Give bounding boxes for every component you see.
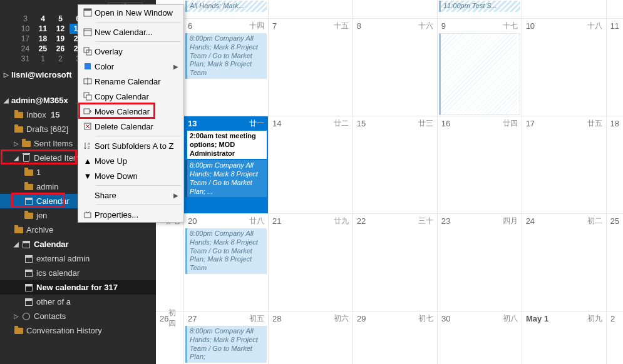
mini-cal-day[interactable]: 2: [52, 54, 70, 64]
day-18[interactable]: 18: [607, 116, 623, 213]
cm-sort[interactable]: AZ Sort Subfolders A to Z: [78, 138, 183, 153]
sent-icon: [21, 139, 31, 149]
event[interactable]: All Hands; Mark...: [185, 1, 267, 12]
day-16[interactable]: 16廿四: [438, 116, 522, 213]
cm-open-new-window[interactable]: Open in New Window: [78, 5, 183, 20]
event-meeting[interactable]: 2:00am test meeting options; MOD Adminis…: [185, 131, 267, 159]
mini-cal-day[interactable]: 26: [52, 44, 70, 54]
cal-other[interactable]: other of a: [0, 295, 156, 309]
day-27[interactable]: 27初五 8:00pm Company All Hands; Mark 8 Pr…: [184, 311, 269, 364]
arrow-up-icon: ▲: [81, 156, 95, 166]
day-11[interactable]: 11: [607, 19, 623, 116]
day-may1[interactable]: May 1初九: [522, 311, 607, 364]
mini-cal-day[interactable]: 4: [34, 14, 52, 24]
day-10[interactable]: 10十八: [522, 19, 607, 116]
day-20[interactable]: 20廿八 8:00pm Company All Hands; Mark 8 Pr…: [184, 214, 269, 311]
overlay-icon: [81, 47, 95, 56]
day-22[interactable]: 22三十: [353, 214, 438, 311]
day-14[interactable]: 14廿二: [269, 116, 353, 213]
folder-icon: [24, 182, 34, 192]
day-8[interactable]: 8十六: [353, 19, 438, 116]
day-28[interactable]: 28初六: [269, 311, 353, 364]
folder-contacts[interactable]: ▷ Contacts: [0, 309, 156, 323]
folder-icon: [24, 211, 34, 221]
people-icon: [21, 311, 31, 321]
mini-cal-day[interactable]: 11: [34, 24, 52, 34]
folder-icon: [24, 168, 34, 178]
event[interactable]: 8:00pm Company All Hands; Mark 8 Project…: [185, 33, 267, 79]
folder-icon: [14, 225, 24, 235]
day-15[interactable]: 15廿三: [353, 116, 438, 213]
color-icon: [81, 62, 95, 71]
event[interactable]: 8:00pm Company All Hands; Mark 8 Project…: [185, 228, 267, 274]
cm-color[interactable]: Color ▶: [78, 59, 183, 74]
calendar-new-icon: [81, 28, 95, 36]
day-17[interactable]: 17廿五: [522, 116, 607, 213]
cm-rename[interactable]: Rename Calendar: [78, 74, 183, 89]
day-30[interactable]: 30初八: [438, 311, 522, 364]
cm-copy[interactable]: Copy Calendar: [78, 89, 183, 104]
day-24[interactable]: 24初二: [522, 214, 607, 311]
chevron-right-icon: ▶: [173, 63, 178, 70]
cm-properties[interactable]: Properties...: [78, 207, 183, 222]
trash-icon: [21, 153, 31, 163]
calendar-icon: [24, 268, 34, 278]
calendar-icon: [21, 240, 31, 250]
event-placeholder[interactable]: [439, 33, 520, 115]
calendar-icon: [24, 254, 34, 264]
day-29[interactable]: 29初七: [353, 311, 438, 364]
day-23[interactable]: 23四月: [438, 214, 522, 311]
folder-archive[interactable]: Archive: [0, 223, 156, 237]
cal-external-admin[interactable]: external admin: [0, 251, 156, 266]
svg-text:Z: Z: [88, 146, 90, 149]
calendar-icon: [24, 283, 34, 293]
drafts-icon: [14, 124, 24, 134]
mini-cal-day[interactable]: 12: [52, 24, 70, 34]
mini-cal-day[interactable]: 19: [52, 34, 70, 44]
cm-move[interactable]: Move Calendar: [78, 104, 183, 119]
event[interactable]: 8:00pm Company All Hands; Mark 8 Project…: [185, 326, 267, 363]
svg-rect-11: [84, 109, 90, 114]
day-25[interactable]: 25: [607, 214, 623, 311]
delete-icon: [81, 122, 95, 131]
window-icon: [81, 8, 95, 17]
cm-overlay[interactable]: Overlay: [78, 44, 183, 59]
day-21[interactable]: 21廿九: [269, 214, 353, 311]
cal-new-317[interactable]: New calendar for 317: [0, 280, 156, 295]
svg-rect-2: [84, 29, 91, 36]
folder-conv-history[interactable]: Conversation History: [0, 323, 156, 338]
cm-move-up[interactable]: ▲ Move Up: [78, 153, 183, 168]
sort-icon: AZ: [81, 141, 95, 150]
mini-cal-day[interactable]: 18: [34, 34, 52, 44]
copy-icon: [81, 92, 95, 101]
arrow-down-icon: ▼: [81, 171, 95, 181]
cm-share[interactable]: Share ▶: [78, 188, 183, 203]
mini-cal-day[interactable]: 1: [34, 54, 52, 64]
cal-ics[interactable]: ics calendar: [0, 266, 156, 280]
mini-cal-day[interactable]: 31: [17, 54, 34, 64]
cm-new-calendar[interactable]: New Calendar...: [78, 24, 183, 39]
mini-cal-day[interactable]: 10: [17, 24, 34, 34]
event[interactable]: 8:00pm Company All Hands; Mark 8 Project…: [185, 160, 267, 197]
day-2[interactable]: 2: [607, 311, 623, 364]
calendar-icon: [24, 297, 34, 307]
svg-rect-6: [85, 63, 91, 69]
day-6[interactable]: 6十四 8:00pm Company All Hands; Mark 8 Pro…: [184, 19, 269, 116]
mini-cal-day[interactable]: 3: [17, 14, 34, 24]
mini-cal-day[interactable]: 24: [17, 44, 34, 54]
event[interactable]: 11:00pm Test S...: [439, 1, 520, 12]
mini-cal-day[interactable]: 25: [34, 44, 52, 54]
section-calendar[interactable]: ◢ Calendar: [0, 237, 156, 251]
cm-move-down[interactable]: ▼ Move Down: [78, 168, 183, 183]
day-9[interactable]: 9十七: [438, 19, 522, 116]
day-7[interactable]: 7十五: [269, 19, 353, 116]
calendar-grid[interactable]: All Hands; Mark... 11:00pm Test S... 十三 …: [156, 0, 623, 364]
cm-delete[interactable]: Delete Calendar: [78, 119, 183, 134]
day-13-today[interactable]: 13廿一 2:00am test meeting options; MOD Ad…: [184, 116, 269, 213]
chevron-right-icon: ▶: [173, 192, 178, 199]
calendar-icon: [24, 196, 34, 206]
mini-cal-day[interactable]: 5: [52, 14, 70, 24]
rename-icon: [81, 77, 95, 86]
mini-cal-day[interactable]: 17: [17, 34, 34, 44]
svg-rect-10: [86, 95, 91, 100]
